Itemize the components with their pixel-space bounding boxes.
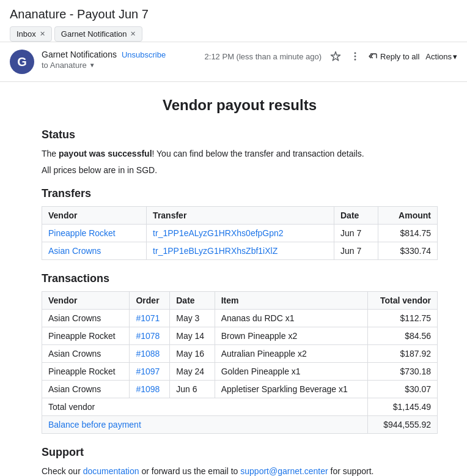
transfer-amount-0: $814.75 (378, 225, 438, 242)
actions-label: Actions (425, 52, 452, 61)
status-bold: payout was successful (59, 149, 152, 158)
tx-vendor-2: Asian Crowns (42, 345, 130, 363)
tx-total-2: $187.92 (367, 345, 437, 363)
balance-before-payment-row: Balance before payment $944,555.92 (42, 416, 438, 434)
email-body: Vendor payout results Status The payout … (0, 82, 467, 476)
transfers-row: Pineapple Rocket tr_1PP1eALyzG1HRXhs0efp… (42, 225, 438, 242)
transfer-date-1: Jun 7 (334, 242, 378, 260)
transaction-row: Asian Crowns #1098 Jun 6 Appletiser Spar… (42, 381, 438, 398)
tx-vendor-3: Pineapple Rocket (42, 363, 130, 381)
transactions-col-item: Item (215, 292, 367, 310)
tx-item-3: Golden Pineapple x1 (215, 363, 367, 381)
tx-order-link-1[interactable]: #1078 (136, 331, 160, 341)
tx-order-link-0[interactable]: #1071 (136, 313, 160, 323)
tx-vendor-4: Asian Crowns (42, 381, 130, 398)
more-button[interactable] (348, 50, 362, 63)
documentation-link[interactable]: documentation (83, 466, 139, 476)
unsubscribe-link[interactable]: Unsubscribe (122, 50, 166, 59)
transfer-vendor-link-1[interactable]: Asian Crowns (48, 246, 101, 256)
window-title: Ananature - Payout Jun 7 (10, 7, 457, 21)
tx-date-1: May 14 (170, 327, 215, 345)
balance-link[interactable]: Balance before payment (48, 420, 141, 430)
tx-total-4: $30.07 (367, 381, 437, 398)
transfer-vendor-1: Asian Crowns (42, 242, 147, 260)
transfers-col-amount: Amount (378, 207, 438, 225)
total-vendor-label-cell: Total vendor (42, 398, 368, 416)
pin-button[interactable] (329, 50, 342, 63)
support-text: Check our documentation or forward us th… (42, 465, 438, 476)
svg-point-0 (355, 56, 356, 57)
transactions-col-vendor: Vendor (42, 292, 130, 310)
tab-bar: Inbox ✕ Garnet Notification ✕ (10, 26, 457, 42)
tx-date-2: May 16 (170, 345, 215, 363)
transaction-row: Pineapple Rocket #1078 May 14 Brown Pine… (42, 327, 438, 345)
to-dropdown-icon[interactable]: ▼ (89, 62, 95, 69)
transactions-col-total: Total vendor (367, 292, 437, 310)
tab-garnet-label: Garnet Notification (61, 29, 127, 39)
svg-point-2 (355, 59, 356, 61)
currency-note: All prices below are in in SGD. (42, 165, 438, 175)
actions-button[interactable]: Actions ▾ (425, 52, 457, 61)
email-title: Vendor payout results (42, 97, 438, 114)
sender-info: Garnet Notifications Unsubscribe to Anan… (42, 50, 166, 70)
transfers-header-row: Vendor Transfer Date Amount (42, 207, 438, 225)
tx-date-3: May 24 (170, 363, 215, 381)
transfers-col-transfer: Transfer (147, 207, 334, 225)
sender-area: G Garnet Notifications Unsubscribe to An… (10, 50, 166, 74)
status-suffix: ! You can find below the transfer and tr… (152, 149, 364, 158)
tab-garnet-notification[interactable]: Garnet Notification ✕ (54, 26, 143, 42)
actions-chevron-icon: ▾ (453, 52, 457, 61)
transfer-amount-1: $330.74 (378, 242, 438, 260)
transfer-date-0: Jun 7 (334, 225, 378, 242)
to-line: to Ananature ▼ (42, 61, 166, 70)
action-icons: Reply to all Actions ▾ (329, 50, 457, 63)
transactions-section-title: Transactions (42, 272, 438, 285)
transfer-id-1: tr_1PP1eBLyzG1HRXhsZbf1iXlZ (147, 242, 334, 260)
transfers-col-vendor: Vendor (42, 207, 147, 225)
email-header: G Garnet Notifications Unsubscribe to An… (0, 42, 467, 82)
app-window: Ananature - Payout Jun 7 Inbox ✕ Garnet … (0, 0, 467, 476)
sender-name: Garnet Notifications (42, 50, 117, 59)
total-vendor-row: Total vendor $1,145.49 (42, 398, 438, 416)
tx-date-4: Jun 6 (170, 381, 215, 398)
transfer-vendor-0: Pineapple Rocket (42, 225, 147, 242)
to-label: to Ananature (42, 61, 87, 70)
tab-inbox[interactable]: Inbox ✕ (10, 26, 52, 42)
balance-value-cell: $944,555.92 (367, 416, 437, 434)
transfers-row: Asian Crowns tr_1PP1eBLyzG1HRXhsZbf1iXlZ… (42, 242, 438, 260)
reply-to-all-label: Reply to all (380, 52, 419, 61)
tx-order-4: #1098 (130, 381, 170, 398)
support-section-title: Support (42, 446, 438, 459)
tx-vendor-1: Pineapple Rocket (42, 327, 130, 345)
tx-order-link-3[interactable]: #1097 (136, 366, 160, 376)
email-actions: 2:12 PM (less than a minute ago) (205, 50, 457, 63)
tx-order-link-4[interactable]: #1098 (136, 384, 160, 394)
tx-item-0: Ananas du RDC x1 (215, 310, 367, 327)
tx-order-link-2[interactable]: #1088 (136, 349, 160, 359)
avatar: G (10, 50, 34, 74)
tab-inbox-label: Inbox (17, 29, 36, 39)
transactions-table: Vendor Order Date Item Total vendor Asia… (42, 291, 438, 434)
transactions-col-order: Order (130, 292, 170, 310)
tx-order-3: #1097 (130, 363, 170, 381)
support-prefix: Check our (42, 466, 83, 476)
tab-inbox-close[interactable]: ✕ (40, 31, 45, 37)
support-email-link[interactable]: support@garnet.center (240, 466, 328, 476)
tab-garnet-close[interactable]: ✕ (130, 31, 136, 37)
transaction-row: Asian Crowns #1088 May 16 Autralian Pine… (42, 345, 438, 363)
total-vendor-value-cell: $1,145.49 (367, 398, 437, 416)
tx-order-0: #1071 (130, 310, 170, 327)
tx-date-0: May 3 (170, 310, 215, 327)
balance-label-cell: Balance before payment (42, 416, 368, 434)
transfer-id-link-1[interactable]: tr_1PP1eBLyzG1HRXhsZbf1iXlZ (153, 246, 278, 256)
tx-vendor-0: Asian Crowns (42, 310, 130, 327)
tx-item-2: Autralian Pineapple x2 (215, 345, 367, 363)
timestamp: 2:12 PM (less than a minute ago) (205, 52, 322, 61)
transactions-header-row: Vendor Order Date Item Total vendor (42, 292, 438, 310)
status-section-title: Status (42, 128, 438, 141)
transfer-vendor-link-0[interactable]: Pineapple Rocket (48, 228, 116, 238)
transfer-id-link-0[interactable]: tr_1PP1eALyzG1HRXhs0efpGpn2 (153, 228, 284, 238)
transfers-col-date: Date (334, 207, 378, 225)
tx-total-3: $730.18 (367, 363, 437, 381)
reply-to-all-button[interactable]: Reply to all (368, 51, 419, 61)
